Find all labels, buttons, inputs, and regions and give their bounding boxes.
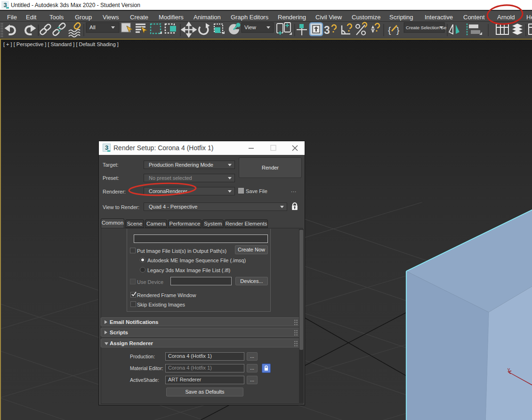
svg-text:All: All	[89, 24, 96, 30]
svg-text:y: y	[508, 367, 510, 372]
svg-text:}: }	[396, 25, 399, 35]
svg-text:3: 3	[324, 24, 330, 36]
svg-text:{: {	[388, 25, 391, 35]
svg-text:3: 3	[3, 1, 7, 8]
svg-text:View: View	[244, 24, 256, 30]
svg-text:3: 3	[105, 144, 108, 151]
